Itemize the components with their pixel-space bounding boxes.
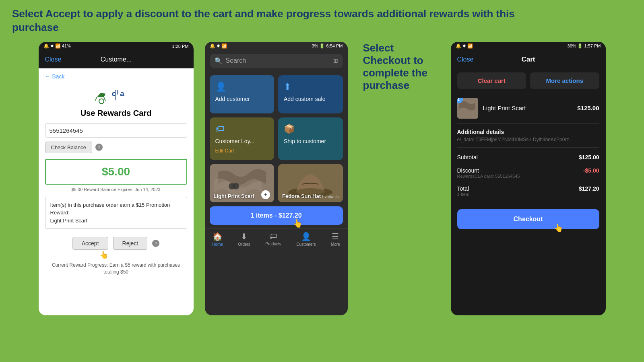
discount-label-group: Discount RewardsCLA card: 5551264545 (457, 167, 520, 179)
nav-customers-label: Customers (296, 242, 316, 247)
svg-point-0 (99, 99, 104, 103)
add-custom-sale-tile[interactable]: ⬆ Add custom sale (278, 75, 343, 113)
check-balance-button[interactable]: Check Balance (45, 142, 92, 153)
search-icon: 🔍 (215, 57, 223, 65)
balance-box: $5.00 (45, 159, 187, 185)
reject-button[interactable]: Reject (113, 237, 148, 250)
screen3-cart: 🔔 ✸ 📶 36% 🔋 1:57 PM Close Cart Clear car… (451, 42, 606, 315)
orders-icon: ⬇ (241, 232, 248, 241)
screen3-status-right: 36% 🔋 1:57 PM (567, 43, 601, 49)
total-sublabel: 1 Item (457, 192, 470, 197)
svg-point-9 (233, 183, 239, 189)
checkout-bar[interactable]: 1 items - $127.20 👆 (210, 206, 343, 225)
screen1-rewards-card: 🔔 ✸ 📶 41% 1:28 PM Close Custome... ← Bac… (39, 42, 194, 315)
select-checkout-text: Select Checkout to complete the purchase (363, 42, 436, 92)
add-custom-sale-icon: ⬆ (284, 82, 337, 92)
screen1-status-right: 1:28 PM (172, 44, 189, 49)
cart-item-name: Light Print Scarf (483, 105, 573, 111)
more-icon: ☰ (332, 232, 339, 241)
products-icon: 🏷 (269, 232, 277, 241)
svg-line-2 (95, 97, 97, 101)
svg-text:l: l (117, 89, 119, 96)
accept-info-icon: ? (152, 240, 159, 247)
light-print-scarf-label: Light Print Scarf (214, 193, 254, 199)
checkout-cursor: 👆 (293, 218, 303, 228)
screen2-home: 🔔 ✸ 📶 3% 🔋 6:54 PM 🔍 Search ⊞ 👤 Add cust… (205, 42, 348, 315)
screen2-status-battery: 3% 🔋 6:54 PM (312, 43, 343, 49)
screen1-header: Close Custome... (39, 51, 194, 68)
screen1-body: ← Back c l a (39, 68, 194, 280)
nav-orders[interactable]: ⬇ Orders (238, 232, 250, 247)
bottom-nav: 🏠 Home ⬇ Orders 🏷 Products 👤 Customers ☰… (205, 228, 348, 250)
add-scarf-button[interactable]: + (261, 190, 270, 199)
total-label: Total (457, 185, 470, 192)
home-icon: 🏠 (213, 232, 223, 241)
additional-details-title: Additional details (457, 129, 599, 135)
screen1-status-left: 🔔 ✸ 📶 41% (43, 43, 71, 49)
add-customer-label: Add customer (215, 95, 269, 103)
nav-more-label: More (331, 242, 340, 247)
subtotal-value: $125.00 (579, 154, 599, 160)
info-icon: ? (95, 144, 103, 151)
phone-input[interactable] (45, 123, 187, 138)
back-link[interactable]: ← Back (45, 73, 187, 80)
cart-item-image: 1 (457, 98, 478, 119)
add-customer-tile[interactable]: 👤 Add customer (210, 75, 275, 113)
accept-reject-row: Accept Reject ? (45, 237, 187, 250)
customer-loyalty-tile[interactable]: 🏷 Customer Loy... Edit Cart (210, 117, 275, 160)
fedora-sun-hat-tile[interactable]: Fedora Sun Hat 1 variants (278, 164, 343, 202)
grid-icon: ⊞ (333, 58, 338, 64)
checkout-button-label: Checkout (514, 216, 543, 222)
clear-cart-button[interactable]: Clear cart (457, 72, 526, 89)
discount-sublabel: RewardsCLA card: 5551264545 (457, 174, 520, 179)
screen1-close-button[interactable]: Close (45, 56, 62, 63)
expires-text: $5.00 Reward Balance Expires: Jun 14, 20… (45, 187, 187, 192)
product-grid: scarf Light Print Scarf + Fedora Sun Hat… (205, 164, 348, 206)
rewards-card-title: Use Rewards Card (45, 109, 187, 118)
screen1-header-title: Custome... (101, 56, 132, 63)
nav-orders-label: Orders (238, 242, 250, 247)
more-actions-button[interactable]: More actions (530, 72, 599, 89)
subtotal-label: Subtotal (457, 154, 478, 160)
headline: Select Accept to apply a discount to the… (0, 0, 564, 39)
screen3-status-left: 🔔 ✸ 📶 (456, 43, 473, 49)
customer-loyalty-label: Customer Loy... (215, 138, 269, 145)
nav-more[interactable]: ☰ More (331, 232, 340, 247)
screen3-status-bar: 🔔 ✸ 📶 36% 🔋 1:57 PM (451, 42, 606, 51)
cart-item-row: 1 Light Print Scarf $125.00 (451, 93, 606, 123)
customers-icon: 👤 (301, 232, 311, 241)
subtotal-line: Subtotal $125.00 (457, 151, 599, 164)
ship-to-customer-icon: 📦 (284, 124, 337, 134)
cla-logo: c l a (92, 84, 140, 105)
logo-area: c l a (45, 84, 187, 105)
ship-to-customer-tile[interactable]: 📦 Ship to customer (278, 117, 343, 160)
cart-close-button[interactable]: Close (457, 56, 474, 63)
accept-cursor: 👆 (39, 251, 187, 259)
fedora-variants-label: 1 variants (321, 195, 339, 199)
total-label-group: Total 1 Item (457, 185, 470, 197)
cart-item-price: $125.00 (577, 105, 599, 111)
additional-details-section: Additional details ei_data: T0FFMjp8M2NM… (451, 124, 606, 147)
screen1-status-bar: 🔔 ✸ 📶 41% 1:28 PM (39, 42, 194, 51)
checkout-button[interactable]: Checkout 👆 (457, 209, 599, 229)
light-print-scarf-tile[interactable]: scarf Light Print Scarf + (210, 164, 275, 202)
nav-home[interactable]: 🏠 Home (212, 232, 223, 247)
nav-customers[interactable]: 👤 Customers (296, 232, 316, 247)
add-customer-icon: 👤 (215, 82, 269, 92)
checkout-bar-label: 1 items - $127.20 (250, 212, 301, 219)
nav-home-label: Home (212, 242, 223, 247)
additional-details-text: ei_data: T0FFMjp8M2NMlD0MSs-LDylh9beKcPp… (457, 137, 599, 142)
nav-products[interactable]: 🏷 Products (265, 232, 281, 246)
total-value: $127.20 (579, 185, 599, 197)
accept-button[interactable]: Accept (72, 237, 108, 250)
search-input-placeholder: Search (226, 57, 330, 64)
cart-action-row: Clear cart More actions (451, 68, 606, 93)
promo-box: Item(s) in this purchase order earn a $1… (45, 197, 187, 229)
cart-title: Cart (521, 56, 535, 64)
customer-loyalty-sublabel: Edit Cart (215, 148, 269, 154)
discount-label: Discount (457, 167, 520, 174)
nav-products-label: Products (265, 242, 281, 246)
promo-text: Item(s) in this purchase order earn a $1… (50, 202, 170, 224)
search-bar[interactable]: 🔍 Search ⊞ (210, 54, 343, 68)
customer-loyalty-icon: 🏷 (215, 124, 269, 134)
